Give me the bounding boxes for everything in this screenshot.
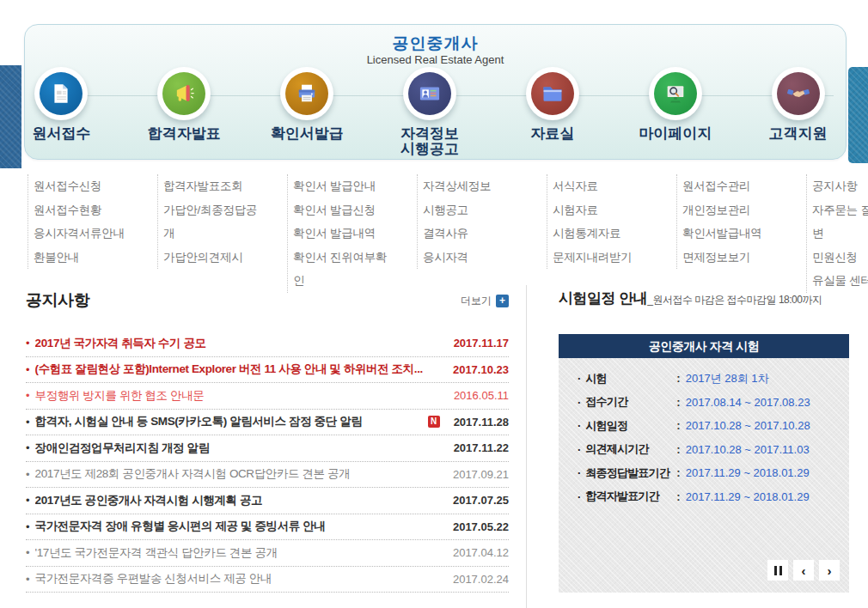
colon: : bbox=[676, 443, 680, 456]
bullet-icon: • bbox=[26, 363, 30, 376]
menu-label: 합격자발표 bbox=[148, 126, 221, 142]
notice-row[interactable]: •'17년도 국가전문자격 객관식 답안카드 견본 공개2017.04.12 bbox=[26, 540, 509, 567]
bullet-icon: · bbox=[578, 443, 581, 456]
submenu-item[interactable]: 확인서 발급신청 bbox=[293, 198, 389, 222]
submenu-item[interactable]: 시험자료 bbox=[553, 198, 649, 222]
submenu-item[interactable]: 확인서 발급내역 bbox=[293, 222, 389, 246]
schedule-box-body: ·시험:2017년 28회 1차·접수기간:2017.08.14 ~ 2017.… bbox=[559, 358, 849, 593]
submenu-item[interactable]: 확인서 진위여부확인 bbox=[293, 246, 389, 293]
submenu-item[interactable]: 시행공고 bbox=[423, 198, 519, 222]
notice-text: 합격자, 시험실 안내 등 SMS(카카오톡) 알림서비스 잠정 중단 알림 bbox=[35, 414, 423, 429]
submenu-item[interactable]: 원서접수관리 bbox=[682, 174, 779, 198]
notice-more-button[interactable]: 더보기 + bbox=[461, 294, 509, 308]
menu-item-3[interactable]: 확인서발급 bbox=[246, 67, 369, 157]
submenu-item[interactable]: 가답안/최종정답공개 bbox=[163, 198, 260, 246]
schedule-row-value[interactable]: 2017.11.29 ~ 2018.01.29 bbox=[686, 466, 810, 479]
chevron-right-button[interactable]: › bbox=[819, 560, 840, 581]
megaphone-icon bbox=[162, 72, 205, 115]
bullet-icon: • bbox=[26, 573, 30, 586]
notice-text: (수험표 잘림현상 포함)Internet Explorer 버전 11 사용 … bbox=[35, 362, 444, 377]
menu-item-6[interactable]: 마이페이지 bbox=[614, 67, 737, 157]
schedule-box-title: 공인중개사 자격 시험 bbox=[559, 334, 849, 358]
notice-section: 공지사항 더보기 + •2017년 국가자격 취득자 수기 공모2017.11.… bbox=[26, 289, 509, 593]
id-card-icon bbox=[408, 72, 451, 115]
page-title: 공인중개사 bbox=[25, 33, 846, 55]
bullet-icon: • bbox=[26, 389, 30, 402]
submenu-col-1: 원서접수신청원서접수현황응시자격서류안내환불안내 bbox=[0, 174, 130, 293]
menu-item-2[interactable]: 합격자발표 bbox=[123, 67, 246, 157]
notice-row[interactable]: •2017년도 제28회 공인중개사 자격시험 OCR답안카드 견본 공개201… bbox=[26, 462, 509, 489]
schedule-row-value[interactable]: 2017.11.29 ~ 2018.01.29 bbox=[686, 490, 810, 503]
bullet-icon: • bbox=[26, 546, 30, 559]
notice-text: '17년도 국가전문자격 객관식 답안카드 견본 공개 bbox=[35, 545, 444, 561]
notice-row[interactable]: •2017년도 공인중개사 자격시험 시행계획 공고2017.07.25 bbox=[26, 488, 509, 514]
bullet-icon: • bbox=[26, 441, 30, 454]
submenu-item[interactable]: 면제정보보기 bbox=[682, 246, 779, 270]
notice-row[interactable]: •부정행위 방지를 위한 협조 안내문2016.05.11 bbox=[26, 383, 509, 410]
bullet-icon: · bbox=[578, 490, 581, 503]
schedule-row: ·시험:2017년 28회 1차 bbox=[578, 367, 849, 391]
schedule-subtitle: _원서접수 마감은 접수마감일 18:00까지 bbox=[647, 293, 822, 307]
menu-label: 자격정보시행공고 bbox=[400, 126, 459, 157]
notice-text: 2017년 국가자격 취득자 수기 공모 bbox=[35, 336, 445, 351]
menu-item-7[interactable]: 고객지원 bbox=[737, 67, 859, 157]
schedule-row-value[interactable]: 2017년 28회 1차 bbox=[686, 371, 769, 386]
submenu-item[interactable]: 응시자격 bbox=[423, 246, 519, 270]
schedule-row-value[interactable]: 2017.10.28 ~ 2017.10.28 bbox=[686, 419, 810, 432]
submenu-item[interactable]: 자격상세정보 bbox=[423, 174, 519, 198]
submenu-item[interactable]: 결격사유 bbox=[423, 222, 519, 246]
monitor-search-icon bbox=[654, 72, 697, 115]
bullet-icon: • bbox=[26, 468, 30, 481]
menu-icon-ring bbox=[649, 67, 702, 120]
notice-row[interactable]: •국가전문자격증 우편발송 신청서비스 제공 안내2017.02.24 bbox=[26, 567, 509, 593]
more-label: 더보기 bbox=[461, 294, 492, 308]
notice-date: 2017.02.24 bbox=[453, 573, 509, 586]
schedule-title: 시험일정 안내 bbox=[559, 289, 647, 308]
submenu-col-5: 서식자료시험자료시험통계자료문제지내려받기 bbox=[519, 174, 649, 293]
bullet-icon: · bbox=[578, 396, 581, 409]
submenu-item[interactable]: 문제지내려받기 bbox=[553, 246, 649, 270]
menu-icon-ring bbox=[157, 67, 211, 120]
notice-text: 부정행위 방지를 위한 협조 안내문 bbox=[35, 388, 445, 404]
schedule-row-value[interactable]: 2017.10.28 ~ 2017.11.03 bbox=[686, 443, 810, 456]
schedule-row-label: 시험일정 bbox=[585, 418, 676, 434]
submenu-list: 확인서 발급안내확인서 발급신청확인서 발급내역확인서 진위여부확인 bbox=[287, 174, 389, 293]
submenu-item[interactable]: 자주묻는 질문&답변 bbox=[812, 198, 868, 246]
chevron-left-button[interactable]: ‹ bbox=[793, 560, 814, 581]
submenu-col-3: 확인서 발급안내확인서 발급신청확인서 발급내역확인서 진위여부확인 bbox=[260, 174, 389, 293]
submenu-item[interactable]: 합격자발표조회 bbox=[163, 174, 260, 198]
submenu-item[interactable]: 서식자료 bbox=[553, 174, 649, 198]
menu-label: 원서접수 bbox=[32, 126, 90, 142]
colon: : bbox=[676, 466, 680, 479]
bullet-icon: · bbox=[578, 372, 581, 385]
submenu-item[interactable]: 응시자격서류안내 bbox=[34, 222, 130, 246]
submenu-item[interactable]: 확인서 발급안내 bbox=[293, 174, 389, 198]
submenu-item[interactable]: 원서접수현황 bbox=[34, 198, 130, 222]
submenu-item[interactable]: 원서접수신청 bbox=[34, 174, 130, 198]
submenu-item[interactable]: 환불안내 bbox=[34, 246, 130, 270]
notice-row[interactable]: •(수험표 잘림현상 포함)Internet Explorer 버전 11 사용… bbox=[26, 357, 509, 384]
submenu-item[interactable]: 시험통계자료 bbox=[553, 222, 649, 246]
notice-row[interactable]: •장애인검정업무처리지침 개정 알림2017.11.22 bbox=[26, 435, 509, 462]
menu-item-4[interactable]: 자격정보시행공고 bbox=[369, 67, 492, 157]
submenu-list: 원서접수신청원서접수현황응시자격서류안내환불안내 bbox=[28, 174, 130, 269]
notice-row[interactable]: •2017년 국가자격 취득자 수기 공모2017.11.17 bbox=[26, 331, 509, 357]
menu-item-5[interactable]: 자료실 bbox=[491, 67, 614, 157]
menu-icon-ring bbox=[280, 67, 333, 120]
bullet-icon: · bbox=[578, 419, 581, 432]
submenu-item[interactable]: 공지사항 bbox=[812, 174, 868, 198]
menu-label: 고객지원 bbox=[769, 126, 828, 142]
submenu-item[interactable]: 가답안의견제시 bbox=[163, 246, 260, 270]
plus-icon[interactable]: + bbox=[496, 295, 509, 307]
submenu-item[interactable]: 확인서발급내역 bbox=[682, 222, 779, 246]
menu-item-1[interactable]: 원서접수 bbox=[0, 67, 123, 157]
notice-list: •2017년 국가자격 취득자 수기 공모2017.11.17•(수험표 잘림현… bbox=[26, 331, 509, 593]
submenu-item[interactable]: 민원신청 bbox=[812, 246, 868, 270]
submenu-item[interactable]: 개인정보관리 bbox=[682, 198, 779, 222]
notice-row[interactable]: •국가전문자격 장애 유형별 응시편의 제공 및 증빙서류 안내2017.05.… bbox=[26, 514, 509, 541]
schedule-row-value[interactable]: 2017.08.14 ~ 2017.08.23 bbox=[686, 396, 810, 409]
notice-row[interactable]: •합격자, 시험실 안내 등 SMS(카카오톡) 알림서비스 잠정 중단 알림N… bbox=[26, 410, 509, 436]
schedule-row-label: 최종정답발표기간 bbox=[585, 465, 676, 481]
pause-button[interactable] bbox=[767, 560, 788, 581]
schedule-controls: ‹› bbox=[767, 560, 840, 581]
